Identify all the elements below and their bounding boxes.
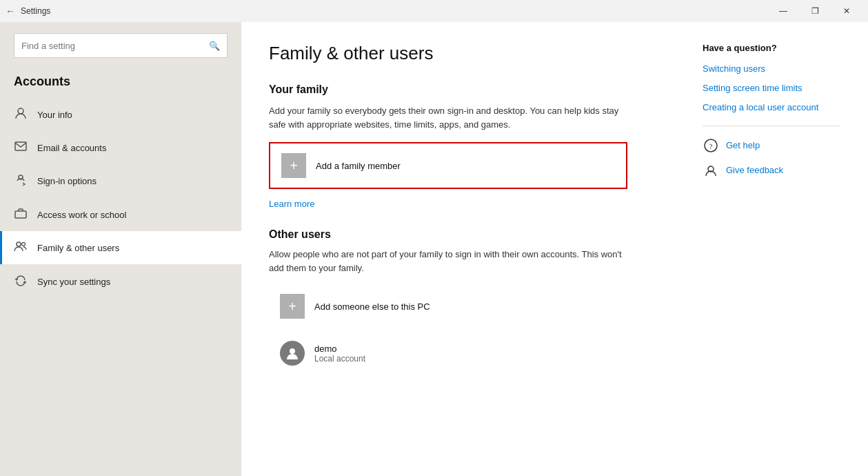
sidebar-nav: Your info Email & accounts <box>0 97 241 476</box>
svg-point-5 <box>22 243 26 246</box>
get-help-icon: ? <box>703 137 719 154</box>
switching-users-link[interactable]: Switching users <box>703 63 840 75</box>
maximize-button[interactable]: ❐ <box>799 0 831 22</box>
sidebar-item-family-other[interactable]: Family & other users <box>0 231 241 264</box>
content-area: Family & other users Your family Add you… <box>269 43 675 455</box>
user-avatar <box>280 341 305 366</box>
svg-point-4 <box>17 242 21 246</box>
user-type: Local account <box>314 354 365 364</box>
search-input[interactable] <box>21 41 209 51</box>
page-title: Family & other users <box>269 43 675 64</box>
email-accounts-label: Email & accounts <box>37 143 106 153</box>
sidebar-item-your-info[interactable]: Your info <box>0 97 241 132</box>
sync-icon <box>14 274 28 289</box>
search-icon: 🔍 <box>209 41 220 51</box>
window-title: Settings <box>21 6 50 16</box>
your-info-label: Your info <box>37 110 72 120</box>
add-someone-button[interactable]: + Add someone else to this PC <box>269 284 627 328</box>
back-button[interactable]: ← <box>6 6 15 17</box>
title-bar: ← Settings — ❐ ✕ <box>0 0 868 22</box>
right-panel: Have a question? Switching users Setting… <box>703 43 840 455</box>
other-users-section: Other users Allow people who are not par… <box>269 228 675 373</box>
get-help-item[interactable]: ? Get help <box>703 137 840 154</box>
svg-text:?: ? <box>709 141 713 150</box>
your-family-desc: Add your family so everybody gets their … <box>269 104 627 131</box>
other-users-title: Other users <box>269 228 675 241</box>
give-feedback-label: Give feedback <box>726 165 783 175</box>
close-button[interactable]: ✕ <box>831 0 862 22</box>
screen-time-link[interactable]: Setting screen time limits <box>703 82 840 95</box>
user-item[interactable]: demo Local account <box>269 334 627 373</box>
svg-rect-3 <box>15 211 26 218</box>
get-help-label: Get help <box>726 140 760 150</box>
access-work-label: Access work or school <box>37 210 126 220</box>
sidebar-item-access-work[interactable]: Access work or school <box>0 198 241 231</box>
give-feedback-item[interactable]: Give feedback <box>703 162 840 179</box>
sign-in-icon <box>14 173 28 188</box>
local-user-link[interactable]: Creating a local user account <box>703 101 840 114</box>
add-family-member-button[interactable]: + Add a family member <box>269 142 627 189</box>
your-family-title: Your family <box>269 83 675 96</box>
minimize-button[interactable]: — <box>767 0 799 22</box>
svg-rect-1 <box>15 142 26 150</box>
svg-point-0 <box>18 108 23 114</box>
add-family-member-label: Add a family member <box>316 161 401 171</box>
window-controls: — ❐ ✕ <box>767 0 862 22</box>
search-box[interactable]: 🔍 <box>14 33 228 58</box>
your-family-section: Your family Add your family so everybody… <box>269 83 675 228</box>
add-someone-plus-icon: + <box>280 294 305 319</box>
sync-settings-label: Sync your settings <box>37 277 110 287</box>
app-body: 🔍 Accounts Your info <box>0 22 868 476</box>
svg-point-6 <box>290 348 295 354</box>
access-work-icon <box>14 208 28 221</box>
give-feedback-icon <box>703 162 719 179</box>
family-icon <box>14 241 28 255</box>
sidebar-item-email-accounts[interactable]: Email & accounts <box>0 132 241 163</box>
sidebar-item-sign-in-options[interactable]: Sign-in options <box>0 163 241 198</box>
learn-more-link[interactable]: Learn more <box>269 199 314 209</box>
add-someone-label: Add someone else to this PC <box>314 301 430 312</box>
sign-in-options-label: Sign-in options <box>37 176 97 186</box>
email-icon <box>14 141 28 154</box>
add-family-plus-icon: + <box>281 153 306 178</box>
main-content: Family & other users Your family Add you… <box>241 22 868 476</box>
sidebar-header: 🔍 <box>0 22 241 72</box>
your-info-icon <box>14 107 28 122</box>
sidebar-section-title: Accounts <box>0 72 241 97</box>
user-name: demo <box>314 344 365 354</box>
user-info: demo Local account <box>314 344 365 364</box>
other-users-desc: Allow people who are not part of your fa… <box>269 248 627 275</box>
family-other-label: Family & other users <box>37 243 119 253</box>
sidebar-item-sync-settings[interactable]: Sync your settings <box>0 264 241 299</box>
right-panel-title: Have a question? <box>703 43 840 53</box>
right-panel-divider <box>703 126 840 126</box>
sidebar: 🔍 Accounts Your info <box>0 22 241 476</box>
